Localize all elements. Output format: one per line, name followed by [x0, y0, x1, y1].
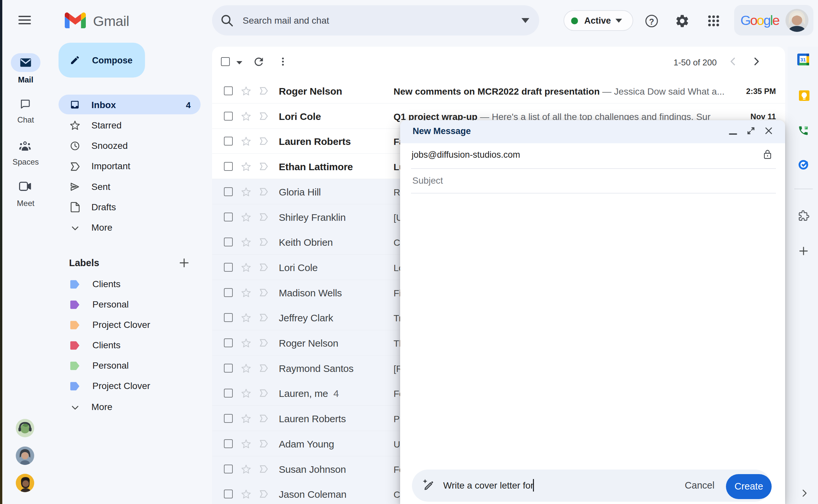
svg-text:31: 31 [800, 57, 806, 62]
